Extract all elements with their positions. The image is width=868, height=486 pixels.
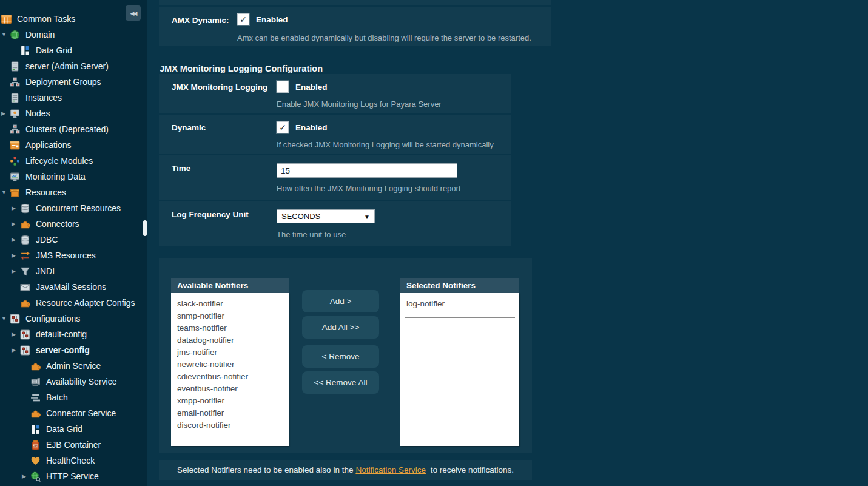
sidebar-item-label: Applications [25, 140, 72, 150]
sidebar-item-domain[interactable]: Domain [1, 27, 147, 42]
time-help: How often the JMX Monitoring Logging sho… [277, 184, 461, 193]
available-notifiers-list[interactable]: slack-notifier snmp-notifier teams-notif… [171, 293, 289, 446]
expand-arrow-icon[interactable] [12, 232, 20, 248]
sidebar-item-resources[interactable]: Resources [1, 184, 147, 200]
sidebar-item-label: Batch [46, 393, 68, 402]
sidebar-item-configurations[interactable]: Configurations [1, 311, 147, 326]
section-heading: JMX Monitoring Logging Configuration [160, 64, 323, 73]
remove-button[interactable]: < Remove [302, 345, 379, 368]
collapse-arrow-icon[interactable] [1, 27, 10, 42]
globe-icon [10, 30, 20, 40]
notification-service-link[interactable]: Notification Service [353, 465, 426, 474]
log-frequency-unit-help: The time unit to use [277, 230, 346, 239]
list-item[interactable]: jms-notifier [171, 346, 289, 359]
log-frequency-unit-select[interactable]: SECONDS [277, 209, 375, 223]
sidebar-item-jms-resources[interactable]: JMS Resources [1, 248, 147, 263]
list-separator [405, 317, 515, 318]
puzzle-icon [20, 219, 30, 229]
expand-arrow-icon[interactable] [12, 248, 20, 263]
sidebar-item-applications[interactable]: Applications [1, 137, 147, 153]
sidebar-item-deployment-groups[interactable]: Deployment Groups [1, 74, 147, 90]
dynamic-checkbox[interactable] [277, 121, 289, 133]
selected-notifiers-listbox: Selected Notifiers log-notifier [400, 278, 519, 446]
node-group-icon [10, 124, 20, 135]
sidebar-item-clusters-deprecated[interactable]: Clusters (Deprecated) [1, 121, 147, 137]
sidebar-item-nodes[interactable]: Nodes [1, 106, 147, 121]
sidebar-scrollbar-thumb[interactable] [143, 220, 147, 236]
list-item[interactable]: discord-notifier [171, 419, 289, 431]
amx-dynamic-label: AMX Dynamic: [172, 16, 229, 25]
sidebar-item-resource-adapter-configs[interactable]: Resource Adapter Configs [1, 295, 147, 311]
sidebar-item-http-service[interactable]: HTTP Service [1, 468, 147, 484]
sidebar-item-label: JNDI [36, 266, 55, 276]
amx-dynamic-checkbox[interactable] [237, 13, 249, 25]
list-item[interactable]: log-notifier [400, 298, 519, 310]
sidebar-item-label: HTTP Service [46, 471, 99, 481]
expand-arrow-icon[interactable] [12, 342, 20, 358]
previous-panel-edge [159, 0, 551, 5]
enabled-label: Enabled [295, 83, 328, 92]
expand-arrow-icon[interactable] [12, 216, 20, 232]
jmx-monitoring-logging-checkbox[interactable] [277, 81, 289, 93]
sidebar-item-connectors[interactable]: Connectors [1, 216, 147, 232]
sidebar-item-data-grid-config[interactable]: Data Grid [1, 421, 147, 437]
footer-text-suffix: to receive notifications. [428, 465, 514, 474]
list-item[interactable]: xmpp-notifier [171, 395, 289, 407]
sidebar-item-server-config[interactable]: server-config [1, 342, 147, 358]
sidebar-item-healthcheck[interactable]: HealthCheck [1, 453, 147, 468]
sidebar-item-availability-service[interactable]: Availability Service [1, 374, 147, 390]
collapse-arrow-icon[interactable] [1, 311, 10, 326]
database-icon [20, 203, 30, 214]
add-all-button[interactable]: Add All >> [302, 316, 379, 339]
sidebar-item-javamail-sessions[interactable]: JavaMail Sessions [1, 279, 147, 295]
sidebar-item-data-grid[interactable]: Data Grid [1, 42, 147, 58]
jmx-monitoring-logging-label: JMX Monitoring Logging [172, 83, 267, 92]
monitor-icon [10, 109, 20, 119]
expand-arrow-icon[interactable] [12, 200, 20, 216]
sidebar-item-concurrent-resources[interactable]: Concurrent Resources [1, 200, 147, 216]
sidebar-item-lifecycle-modules[interactable]: Lifecycle Modules [1, 153, 147, 169]
expand-arrow-icon[interactable] [1, 106, 10, 121]
list-item[interactable]: newrelic-notifier [171, 359, 289, 371]
selected-notifiers-list[interactable]: log-notifier [400, 293, 519, 446]
list-item[interactable]: eventbus-notifier [171, 383, 289, 395]
sidebar-item-jdbc[interactable]: JDBC [1, 232, 147, 248]
sidebar-item-instances[interactable]: Instances [1, 90, 147, 106]
sidebar-item-server-admin-server[interactable]: server (Admin Server) [1, 58, 147, 74]
log-frequency-unit-label: Log Frequency Unit [172, 210, 249, 219]
expand-arrow-icon[interactable] [12, 326, 20, 342]
remove-all-button[interactable]: << Remove All [302, 371, 379, 394]
add-button[interactable]: Add > [302, 290, 379, 312]
sidebar-item-admin-service[interactable]: Admin Service [1, 358, 147, 374]
dropdown-arrow-icon [364, 212, 370, 221]
time-input[interactable] [277, 163, 457, 178]
sidebar-item-jndi[interactable]: JNDI [1, 263, 147, 279]
enabled-label: Enabled [295, 123, 328, 132]
data-grid-icon [30, 424, 41, 434]
expand-arrow-icon[interactable] [22, 468, 30, 484]
list-item[interactable]: datadog-notifier [171, 334, 289, 346]
sidebar-item-ejb-container[interactable]: EJB Container [1, 437, 147, 453]
sidebar-item-label: JavaMail Sessions [36, 282, 106, 292]
time-row: Time How often the JMX Monitoring Loggin… [159, 155, 511, 200]
sidebar-item-batch[interactable]: Batch [1, 390, 147, 405]
sidebar-tree: Common Tasks Domain Data Grid server (Ad… [0, 0, 147, 486]
sidebar-collapse-button[interactable] [126, 5, 141, 21]
sidebar-item-label: EJB Container [46, 440, 101, 450]
sidebar-item-label: Deployment Groups [25, 77, 101, 87]
sidebar-item-label: Concurrent Resources [36, 203, 121, 213]
list-item[interactable]: cdieventbus-notifier [171, 371, 289, 383]
sidebar-item-monitoring-data[interactable]: Monitoring Data [1, 169, 147, 184]
sidebar-item-connector-service[interactable]: Connector Service [1, 405, 147, 421]
list-item[interactable]: slack-notifier [171, 298, 289, 310]
list-item[interactable]: snmp-notifier [171, 310, 289, 322]
sidebar-item-label: default-config [36, 329, 87, 339]
sidebar-item-label: Data Grid [46, 424, 82, 434]
lifecycle-dots-icon [10, 156, 20, 166]
expand-arrow-icon[interactable] [12, 263, 20, 279]
sidebar-item-default-config[interactable]: default-config [1, 326, 147, 342]
sidebar-item-label: JMS Resources [36, 251, 96, 260]
list-item[interactable]: email-notifier [171, 407, 289, 419]
collapse-arrow-icon[interactable] [1, 184, 10, 200]
list-item[interactable]: teams-notifier [171, 322, 289, 334]
